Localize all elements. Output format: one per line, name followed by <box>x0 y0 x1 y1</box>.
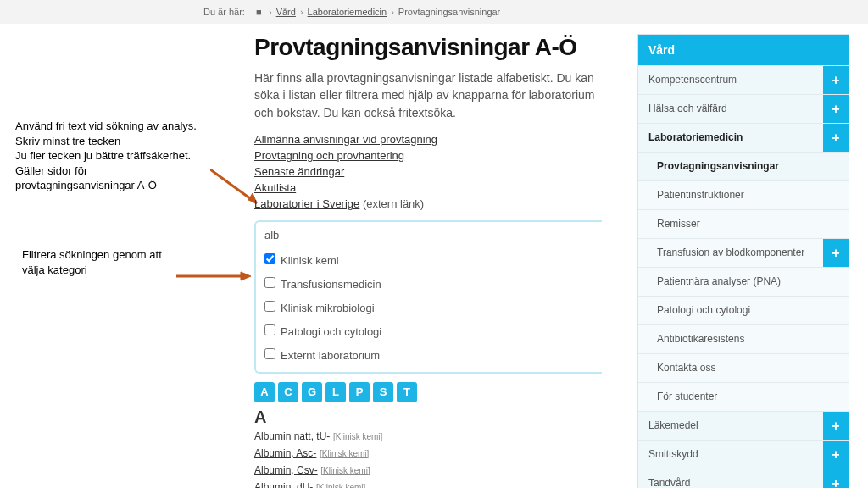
sidebar-subitem[interactable]: Patientnära analyser (PNA)+ <box>638 267 849 296</box>
sidebar-subitem[interactable]: Patientinstruktioner+ <box>638 180 849 209</box>
letter-filter-row: ACGLPST <box>254 382 602 402</box>
annotation-filter-help: Filtrera sökningen genom att välja kateg… <box>22 247 242 277</box>
letter-filter-button[interactable]: G <box>302 382 322 402</box>
breadcrumb-current: Provtagningsanvisningar <box>398 7 500 17</box>
external-suffix: (extern länk) <box>363 197 424 210</box>
expand-icon[interactable]: + <box>823 412 849 440</box>
result-row: Albumin, Csv- [Klinisk kemi] <box>254 463 602 478</box>
breadcrumb-link-labmed[interactable]: Laboratoriemedicin <box>308 7 387 17</box>
result-category: [Klinisk kemi] <box>320 466 370 475</box>
sidebar-item-label: Smittskydd <box>648 448 823 462</box>
sidebar-item-label: Laboratoriemedicin <box>648 131 823 145</box>
result-row: Albumin natt, tU- [Klinisk kemi] <box>254 430 602 444</box>
sidebar-subitem[interactable]: För studenter+ <box>638 382 849 411</box>
filter-checkbox-label: Patologi och cytologi <box>281 325 381 338</box>
letter-filter-button[interactable]: T <box>397 382 417 402</box>
intro-links: Allmänna anvisningar vid provtagning Pro… <box>254 133 602 210</box>
filter-checkbox[interactable]: Patologi och cytologi <box>264 319 602 343</box>
result-link[interactable]: Albumin, Csv- <box>254 464 318 476</box>
expand-icon: + <box>823 354 849 382</box>
filter-checkbox[interactable]: Externt laboratorium <box>264 343 602 367</box>
result-link[interactable]: Albumin, dU- <box>254 481 313 488</box>
sidebar-item[interactable]: Laboratoriemedicin+ <box>638 123 849 152</box>
breadcrumb: Du är här: ■ › Vård › Laboratoriemedicin… <box>0 0 868 24</box>
expand-icon[interactable]: + <box>823 239 849 267</box>
sidebar-subitem[interactable]: Patologi och cytologi+ <box>638 296 849 324</box>
home-icon[interactable]: ■ <box>256 7 264 17</box>
sidebar-item-label: Patologi och cytologi <box>657 304 823 318</box>
filter-checkbox-input[interactable] <box>264 301 275 312</box>
result-row: Albumin, Asc- [Klinisk kemi] <box>254 446 602 461</box>
result-row: Albumin, dU- [Klinisk kemi] <box>254 480 602 488</box>
link-provtagning[interactable]: Provtagning och provhantering <box>254 149 404 162</box>
result-category: [Klinisk kemi] <box>333 432 382 441</box>
expand-icon: + <box>823 152 849 180</box>
expand-icon[interactable]: + <box>823 66 849 94</box>
result-category: [Klinisk kemi] <box>320 449 369 458</box>
letter-filter-button[interactable]: L <box>326 382 346 402</box>
expand-icon[interactable]: + <box>823 469 849 488</box>
sidebar-subitem[interactable]: Remisser+ <box>638 209 849 238</box>
sidebar-header[interactable]: Vård <box>638 35 849 65</box>
sidebar-item-label: Provtagningsanvisningar <box>657 160 823 174</box>
sidebar-item[interactable]: Kompetenscentrum+ <box>638 65 849 94</box>
expand-icon: + <box>823 181 849 209</box>
sidebar-item-label: Remisser <box>657 218 823 231</box>
sidebar-item-label: Tandvård <box>648 477 823 488</box>
expand-icon[interactable]: + <box>823 441 849 469</box>
filter-checkbox-label: Transfusionsmedicin <box>281 278 381 291</box>
link-akutlista[interactable]: Akutlista <box>254 181 296 194</box>
letter-filter-button[interactable]: P <box>349 382 370 402</box>
link-laboratorier[interactable]: Laboratorier i Sverige <box>254 197 359 210</box>
sidebar-item-label: Transfusion av blodkomponenter <box>657 247 823 260</box>
result-link[interactable]: Albumin natt, tU- <box>254 430 330 442</box>
main-column: Provtagningsanvisningar A-Ö Här finns al… <box>254 34 602 488</box>
breadcrumb-prefix: Du är här: <box>203 7 245 17</box>
sidebar-item-label: Hälsa och välfärd <box>648 103 823 116</box>
link-senaste[interactable]: Senaste ändringar <box>254 165 344 178</box>
filter-checkbox-input[interactable] <box>264 324 275 336</box>
sidebar-item-label: Kontakta oss <box>657 362 823 375</box>
sidebar-item-label: För studenter <box>657 391 823 404</box>
filter-checkbox-input[interactable] <box>264 277 275 288</box>
filter-checkbox-input[interactable] <box>264 348 275 359</box>
expand-icon[interactable]: + <box>823 95 849 123</box>
breadcrumb-link-vard[interactable]: Vård <box>276 7 296 17</box>
sidebar-nav: Vård Kompetenscentrum+Hälsa och välfärd+… <box>637 34 849 488</box>
sidebar-subitem[interactable]: Antibiotikaresistens+ <box>638 324 849 353</box>
expand-icon: + <box>823 210 849 238</box>
filter-checkbox-label: Externt laboratorium <box>281 349 380 362</box>
sidebar-item-label: Kompetenscentrum <box>648 74 823 87</box>
page-title: Provtagningsanvisningar A-Ö <box>254 34 602 61</box>
sidebar-item-label: Antibiotikaresistens <box>657 333 823 347</box>
sidebar-item-label: Läkemedel <box>648 419 823 433</box>
letter-filter-button[interactable]: A <box>254 382 275 402</box>
sidebar-item[interactable]: Smittskydd+ <box>638 440 849 469</box>
filter-checkbox-input[interactable] <box>264 253 275 264</box>
filter-checkbox[interactable]: Transfusionsmedicin <box>264 272 602 296</box>
letter-filter-button[interactable]: S <box>373 382 393 402</box>
result-link[interactable]: Albumin, Asc- <box>254 447 316 459</box>
expand-icon: + <box>823 297 849 324</box>
filter-checkbox-label: Klinisk mikrobiologi <box>281 302 375 314</box>
results-group-heading: A <box>254 408 602 427</box>
filter-checkbox-label: Klinisk kemi <box>281 254 339 267</box>
sidebar-subitem[interactable]: Kontakta oss+ <box>638 353 849 382</box>
page-intro: Här finns alla provtagningsanvisningar l… <box>254 69 602 121</box>
result-category: [Klinisk kemi] <box>316 483 365 488</box>
filter-checkbox[interactable]: Klinisk mikrobiologi <box>264 296 602 319</box>
results-list: Albumin natt, tU- [Klinisk kemi]Albumin,… <box>254 430 602 488</box>
annotation-search-help: Använd fri text vid sökning av analys. S… <box>15 119 242 193</box>
sidebar-subitem[interactable]: Transfusion av blodkomponenter+ <box>638 238 849 267</box>
expand-icon: + <box>823 383 849 411</box>
sidebar-subitem[interactable]: Provtagningsanvisningar+ <box>638 152 849 180</box>
search-input[interactable]: alb <box>264 227 602 248</box>
sidebar-item[interactable]: Tandvård+ <box>638 469 849 488</box>
letter-filter-button[interactable]: C <box>278 382 298 402</box>
sidebar-item[interactable]: Hälsa och välfärd+ <box>638 94 849 123</box>
filter-checkbox[interactable]: Klinisk kemi <box>264 248 602 272</box>
sidebar-item[interactable]: Läkemedel+ <box>638 411 849 440</box>
sidebar-item-label: Patientnära analyser (PNA) <box>657 275 823 289</box>
link-allmanna[interactable]: Allmänna anvisningar vid provtagning <box>254 133 437 146</box>
expand-icon[interactable]: + <box>823 124 849 152</box>
